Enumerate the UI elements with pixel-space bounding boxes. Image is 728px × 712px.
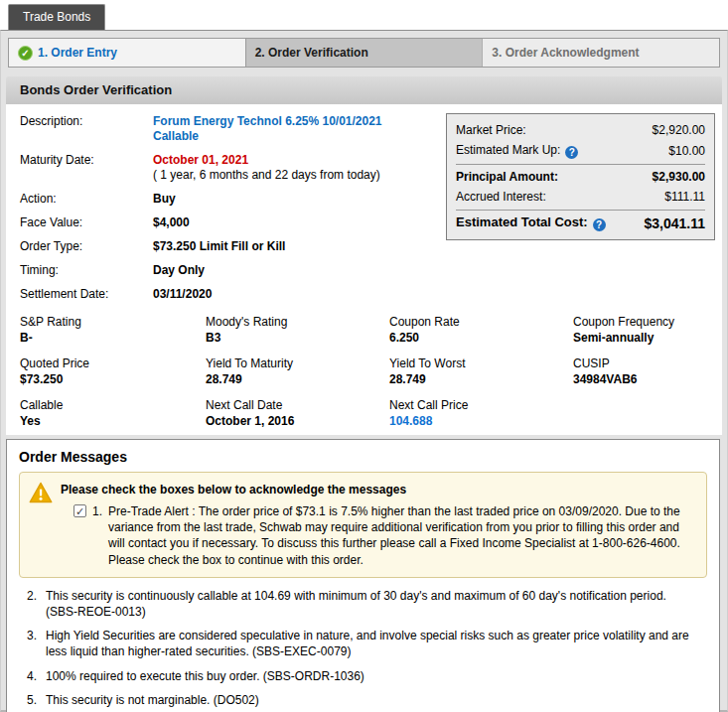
row-label: Accrued Interest: bbox=[456, 189, 546, 205]
accrued-interest-value: $111.11 bbox=[664, 189, 705, 205]
step-order-entry[interactable]: ✓ 1. Order Entry bbox=[9, 39, 245, 67]
verification-details: Description: Forum Energy Technol 6.25% … bbox=[6, 104, 722, 435]
order-stepper: ✓ 1. Order Entry 2. Order Verification 3… bbox=[8, 38, 720, 68]
attr-sp-rating: S&P Rating B- bbox=[20, 314, 206, 346]
step-order-verification: 2. Order Verification bbox=[245, 39, 483, 67]
attr-yield-to-worst: Yield To Worst 28.749 bbox=[389, 356, 573, 387]
message-text: High Yield Securities are considered spe… bbox=[46, 628, 701, 659]
field-label: Description: bbox=[6, 114, 153, 144]
message-number: 4. bbox=[27, 668, 42, 684]
order-message-item: 4. 100% required to execute this buy ord… bbox=[27, 668, 701, 684]
message-number: 2. bbox=[27, 588, 42, 620]
order-message-item: 3. High Yield Securities are considered … bbox=[27, 628, 701, 659]
order-message-list: 2. This security is continuously callabl… bbox=[19, 588, 707, 712]
market-price-value: $2,920.00 bbox=[653, 122, 705, 138]
field-label: Order Type: bbox=[6, 239, 153, 254]
cost-summary-box: Market Price: $2,920.00 Estimated Mark U… bbox=[446, 113, 715, 240]
accrued-interest-row: Accrued Interest: $111.11 bbox=[456, 187, 705, 207]
attr-callable: Callable Yes bbox=[20, 397, 206, 429]
row-label: Estimated Mark Up:? bbox=[456, 142, 578, 159]
maturity-relative-text: ( 1 year, 6 months and 22 days from toda… bbox=[153, 168, 380, 183]
step-order-acknowledgment: 3. Order Acknowledgment bbox=[482, 39, 719, 67]
next-call-price-link[interactable]: 104.688 bbox=[389, 413, 573, 429]
bond-attributes-grid: S&P Rating B- Moody's Rating B3 Coupon R… bbox=[6, 311, 722, 429]
tab-strip: Trade Bonds bbox=[0, 0, 728, 30]
main-panel: ✓ 1. Order Entry 2. Order Verification 3… bbox=[0, 30, 728, 712]
row-label: Market Price: bbox=[456, 122, 526, 138]
step-label: 1. Order Entry bbox=[38, 46, 117, 60]
market-price-row: Market Price: $2,920.00 bbox=[456, 120, 705, 140]
row-label: Estimated Total Cost:? bbox=[456, 214, 606, 231]
field-timing: Timing: Day Only bbox=[6, 263, 722, 278]
action-value: Buy bbox=[153, 192, 176, 207]
attr-cusip: CUSIP 34984VAB6 bbox=[573, 356, 722, 387]
field-label: Face Value: bbox=[6, 215, 153, 230]
total-cost-row: Estimated Total Cost:? $3,041.11 bbox=[456, 210, 705, 233]
security-description-link[interactable]: Forum Energy Technol 6.25% 10/01/2021 Ca… bbox=[153, 114, 429, 144]
tab-trade-bonds[interactable]: Trade Bonds bbox=[8, 4, 105, 30]
step-label: 2. Order Verification bbox=[255, 46, 368, 60]
order-messages-title: Order Messages bbox=[19, 449, 707, 465]
field-label: Action: bbox=[6, 192, 153, 207]
attr-quoted-price: Quoted Price $73.250 bbox=[20, 356, 206, 387]
attr-yield-to-maturity: Yield To Maturity 28.749 bbox=[206, 356, 389, 387]
maturity-date-value: October 01, 2021 bbox=[153, 153, 380, 168]
message-number: 5. bbox=[27, 692, 42, 708]
message-text: 100% required to execute this buy order.… bbox=[46, 668, 701, 684]
order-type-value: $73.250 Limit Fill or Kill bbox=[153, 239, 285, 254]
field-order-type: Order Type: $73.250 Limit Fill or Kill bbox=[6, 239, 722, 254]
attr-next-call-price: Next Call Price 104.688 bbox=[389, 397, 573, 429]
settlement-date-value: 03/11/2020 bbox=[153, 287, 212, 302]
pre-trade-alert-text: Pre-Trade Alert : The order price of $73… bbox=[108, 503, 696, 568]
help-icon[interactable]: ? bbox=[565, 146, 578, 159]
message-text: This security is continuously callable a… bbox=[46, 588, 701, 620]
page-title: Bonds Order Verification bbox=[6, 76, 722, 104]
acknowledge-alert-box: Please check the boxes below to acknowle… bbox=[19, 472, 707, 578]
order-message-item: 2. This security is continuously callabl… bbox=[27, 588, 701, 620]
face-value: $4,000 bbox=[153, 215, 190, 230]
message-text: This security is not marginable. (DO502) bbox=[46, 692, 701, 708]
acknowledge-checkbox[interactable]: ✓ bbox=[73, 504, 86, 517]
total-cost-value: $3,041.11 bbox=[644, 215, 705, 231]
step-complete-check-icon: ✓ bbox=[18, 46, 33, 61]
message-number: 3. bbox=[27, 628, 42, 659]
step-label: 3. Order Acknowledgment bbox=[492, 46, 639, 60]
attr-moodys-rating: Moody's Rating B3 bbox=[206, 314, 389, 346]
principal-amount-row: Principal Amount: $2,930.00 bbox=[456, 164, 705, 187]
mark-up-row: Estimated Mark Up:? $10.00 bbox=[456, 140, 705, 161]
attr-coupon-frequency: Coupon Frequency Semi-annually bbox=[573, 314, 722, 346]
order-message-item: 5. This security is not marginable. (DO5… bbox=[27, 692, 701, 708]
order-messages-panel: Order Messages Please check the boxes be… bbox=[6, 439, 720, 712]
message-number: 1. bbox=[92, 503, 102, 568]
row-label: Principal Amount: bbox=[456, 169, 558, 185]
pre-trade-alert-row: ✓ 1. Pre-Trade Alert : The order price o… bbox=[73, 503, 696, 568]
field-label: Settlement Date: bbox=[6, 287, 153, 302]
timing-value: Day Only bbox=[153, 263, 205, 278]
attr-next-call-date: Next Call Date October 1, 2016 bbox=[206, 397, 389, 429]
field-label: Timing: bbox=[6, 263, 153, 278]
principal-amount-value: $2,930.00 bbox=[653, 169, 705, 185]
acknowledge-heading: Please check the boxes below to acknowle… bbox=[61, 483, 696, 497]
attr-coupon-rate: Coupon Rate 6.250 bbox=[389, 314, 573, 346]
help-icon[interactable]: ? bbox=[593, 218, 606, 231]
mark-up-value: $10.00 bbox=[668, 143, 705, 159]
warning-icon bbox=[29, 482, 53, 568]
field-settlement-date: Settlement Date: 03/11/2020 bbox=[6, 287, 722, 302]
field-label: Maturity Date: bbox=[6, 153, 153, 183]
